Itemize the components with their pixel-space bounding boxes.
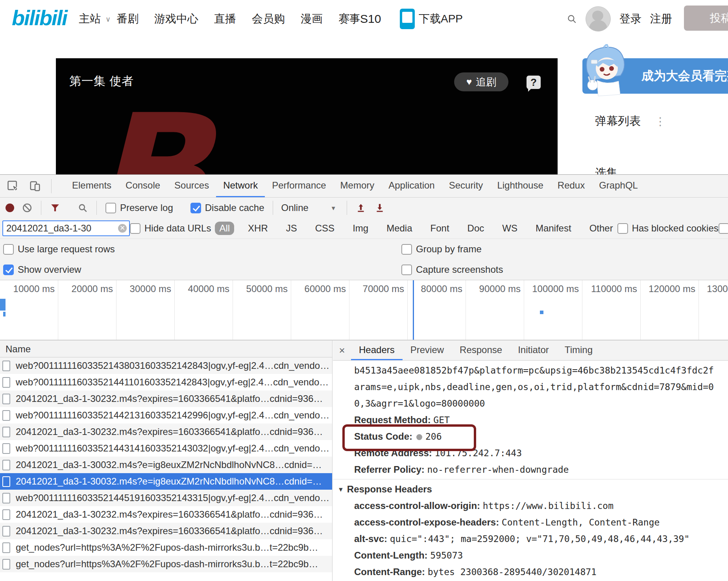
nav-item[interactable]: 番剧 bbox=[116, 11, 139, 26]
inspect-icon[interactable] bbox=[7, 180, 19, 192]
nav-item[interactable]: 游戏中心 bbox=[154, 11, 198, 26]
avatar[interactable] bbox=[586, 6, 611, 31]
nav-item[interactable]: 漫画 bbox=[301, 11, 323, 26]
devtools-tab[interactable]: Memory bbox=[333, 175, 382, 197]
devtools-tab[interactable]: Application bbox=[381, 175, 442, 197]
capture-screenshots-checkbox[interactable] bbox=[401, 265, 412, 275]
chevron-down-icon[interactable]: ▼ bbox=[331, 205, 336, 211]
type-filter[interactable]: Img bbox=[348, 222, 373, 235]
record-icon[interactable] bbox=[6, 204, 14, 212]
type-filter[interactable]: Font bbox=[426, 222, 454, 235]
devtools-tab[interactable]: Sources bbox=[167, 175, 216, 197]
phone-icon bbox=[400, 9, 415, 29]
request-row[interactable]: 20412021_da3-1-30232.m4s?expires=1603366… bbox=[0, 523, 332, 539]
timeline-tick: 50000 ms bbox=[233, 280, 291, 340]
response-header-rows: access-control-allow-origin: https://www… bbox=[333, 498, 728, 580]
request-row[interactable]: 20412021_da3-1-30032.m4s?e=ig8euxZM2rNcN… bbox=[0, 473, 332, 490]
details-tab[interactable]: Preview bbox=[403, 340, 452, 360]
devtools-tab[interactable]: Performance bbox=[265, 175, 333, 197]
nav-item-s10[interactable]: S10 bbox=[360, 0, 381, 37]
request-row[interactable]: web?001111116033521442131603352142996|og… bbox=[0, 407, 332, 424]
devtools-tab[interactable]: Network bbox=[216, 175, 265, 197]
type-filter[interactable]: Manifest bbox=[531, 222, 576, 235]
network-overview-timeline[interactable]: 10000 ms20000 ms30000 ms40000 ms50000 ms… bbox=[0, 280, 728, 340]
request-row[interactable]: 20412021_da3-1-30032.m4s?e=ig8euxZM2rNcN… bbox=[0, 457, 332, 473]
devtools-tab[interactable]: Lighthouse bbox=[490, 175, 550, 197]
type-filter[interactable]: CSS bbox=[311, 222, 339, 235]
bilibili-logo[interactable]: bilibili bbox=[12, 6, 67, 30]
preserve-log-checkbox[interactable] bbox=[105, 203, 116, 213]
clear-icon[interactable] bbox=[22, 203, 32, 213]
video-player[interactable]: B 第一集 使者 ♥ 追剧 ? bbox=[56, 58, 558, 174]
response-header-row: alt-svc: quic=":443"; ma=2592000; v="71,… bbox=[333, 531, 728, 547]
type-filter[interactable]: WS bbox=[498, 222, 522, 235]
preserve-log-label: Preserve log bbox=[120, 202, 173, 213]
chevron-down-icon: ∨ bbox=[105, 15, 111, 24]
nav-item[interactable]: 直播 bbox=[214, 11, 236, 26]
upload-button[interactable]: 投稿 bbox=[684, 6, 728, 31]
throttling-select[interactable]: Online bbox=[281, 202, 308, 213]
request-row[interactable]: web?001111116033521438031603352142843|og… bbox=[0, 357, 332, 374]
details-tab[interactable]: Timing bbox=[557, 340, 601, 360]
nav-item[interactable]: 会员购 bbox=[252, 11, 285, 26]
has-blocked-cookies-checkbox[interactable] bbox=[617, 223, 628, 234]
type-filter[interactable]: All bbox=[215, 222, 234, 235]
nav-item[interactable]: 赛事 bbox=[338, 11, 360, 26]
more-vertical-icon[interactable]: ⋮ bbox=[655, 115, 666, 128]
type-filter[interactable]: Media bbox=[382, 222, 416, 235]
blocked-requests-checkbox[interactable] bbox=[719, 223, 728, 234]
request-row[interactable]: 20412021_da3-1-30232.m4s?expires=1603366… bbox=[0, 424, 332, 440]
referrer-policy-row: Referrer Policy: no-referrer-when-downgr… bbox=[333, 461, 728, 478]
request-row[interactable]: web?001111116033521441101603352142843|og… bbox=[0, 374, 332, 390]
name-column-header[interactable]: Name bbox=[0, 340, 332, 357]
search-network-icon[interactable] bbox=[78, 203, 88, 213]
filter-text-field[interactable] bbox=[3, 223, 113, 234]
login-link[interactable]: 登录 bbox=[619, 11, 641, 26]
disable-cache-checkbox[interactable] bbox=[190, 203, 201, 213]
devtools-tab[interactable]: GraphQL bbox=[592, 175, 645, 197]
filter-icon[interactable] bbox=[50, 203, 60, 213]
timeline-cursor[interactable] bbox=[413, 280, 414, 340]
request-row[interactable]: 20412021_da3-1-30232.m4s?expires=1603366… bbox=[0, 506, 332, 523]
devtools-panel: ElementsConsoleSourcesNetworkPerformance… bbox=[0, 174, 728, 581]
use-large-request-rows-checkbox[interactable] bbox=[3, 244, 14, 255]
hide-data-urls-checkbox[interactable] bbox=[130, 223, 140, 234]
request-row[interactable]: get_nodes?url=https%3A%2F%2Fupos-dash-mi… bbox=[0, 539, 332, 556]
import-har-icon[interactable] bbox=[356, 203, 366, 213]
details-tab[interactable]: Headers bbox=[351, 340, 403, 360]
clear-filter-icon[interactable]: ✕ bbox=[118, 224, 127, 233]
hide-data-urls-label: Hide data URLs bbox=[144, 223, 211, 234]
type-filter[interactable]: Doc bbox=[463, 222, 489, 235]
type-filter[interactable]: XHR bbox=[244, 222, 272, 235]
follow-button[interactable]: ♥ 追剧 bbox=[454, 72, 508, 91]
devtools-tab[interactable]: Console bbox=[118, 175, 167, 197]
request-row[interactable]: get_nodes?url=https%3A%2F%2Fupos-dash-mi… bbox=[0, 556, 332, 572]
details-tab[interactable]: Initiator bbox=[510, 340, 557, 360]
request-row[interactable]: web?001111116033521443141603352143032|og… bbox=[0, 440, 332, 457]
request-url-lines: b4513a45aee081852bf47p&platform=pc&upsig… bbox=[333, 362, 728, 412]
request-row[interactable]: web?001111116033521445191603352143315|og… bbox=[0, 490, 332, 506]
response-headers-section[interactable]: ▼Response Headers bbox=[333, 481, 728, 498]
details-tab[interactable]: Response bbox=[452, 340, 510, 360]
close-icon[interactable]: × bbox=[333, 340, 351, 360]
search-icon[interactable] bbox=[567, 14, 577, 24]
episode-title: 第一集 使者 bbox=[69, 73, 134, 89]
filter-input[interactable]: ✕ bbox=[2, 220, 130, 236]
details-tabs: HeadersPreviewResponseInitiatorTiming bbox=[351, 340, 601, 360]
devtools-tabbar: ElementsConsoleSourcesNetworkPerformance… bbox=[0, 175, 728, 198]
show-overview-checkbox[interactable] bbox=[3, 265, 14, 275]
request-row[interactable]: 20412021_da3-1-30232.m4s?expires=1603366… bbox=[0, 390, 332, 407]
device-toolbar-icon[interactable] bbox=[29, 180, 41, 192]
devtools-tab[interactable]: Elements bbox=[65, 175, 118, 197]
export-har-icon[interactable] bbox=[375, 203, 385, 213]
file-icon bbox=[2, 377, 10, 388]
devtools-tab[interactable]: Redux bbox=[551, 175, 592, 197]
type-filter[interactable]: JS bbox=[282, 222, 301, 235]
devtools-tab[interactable]: Security bbox=[442, 175, 490, 197]
register-link[interactable]: 注册 bbox=[650, 11, 672, 26]
nav-item[interactable]: 主站 bbox=[79, 11, 101, 26]
download-app-link[interactable]: 下载APP bbox=[400, 0, 463, 37]
group-by-frame-checkbox[interactable] bbox=[401, 244, 412, 255]
help-icon[interactable]: ? bbox=[527, 76, 541, 89]
type-filter[interactable]: Other bbox=[585, 222, 617, 235]
